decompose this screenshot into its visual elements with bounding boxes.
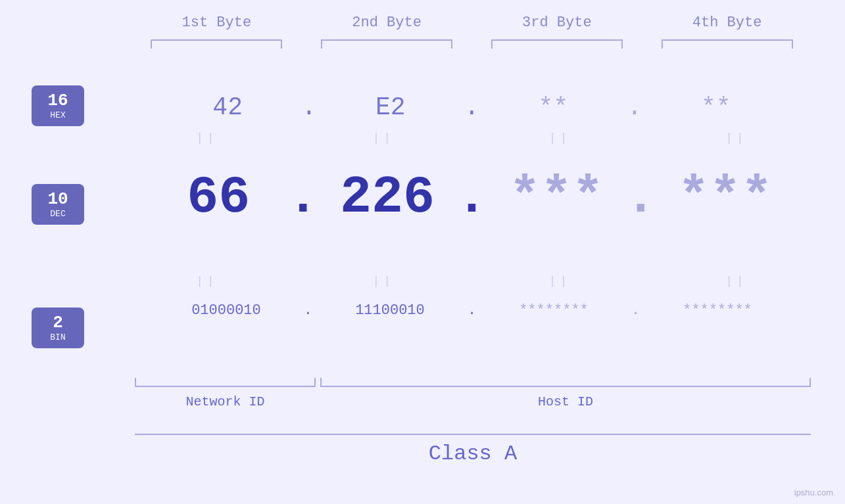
eq1-col2: || [308, 131, 459, 145]
host-id-label: Host ID [320, 394, 811, 409]
network-id-label: Network ID [135, 394, 316, 409]
hex-badge: 16 HEX [32, 85, 84, 126]
eq2-col2: || [308, 275, 459, 288]
byte3-header: 3rd Byte [478, 14, 636, 31]
hex-col3: ** [474, 93, 632, 122]
dec-col3: *** [477, 168, 635, 227]
bin-col2: 11100010 [311, 302, 469, 319]
main-layout: 1st Byte 2nd Byte 3rd Byte 4th Byte 16 H… [0, 0, 845, 504]
dec-col1: 66 [139, 168, 297, 227]
class-line [135, 434, 811, 435]
dec-badge: 10 DEC [32, 184, 84, 225]
hex-col2: E2 [312, 93, 470, 122]
dec-col4: *** [646, 168, 804, 227]
eq1-col3: || [485, 131, 636, 145]
eq1-col4: || [661, 131, 812, 145]
eq2-col1: || [132, 275, 283, 288]
class-label: Class A [135, 442, 811, 466]
byte4-header: 4th Byte [648, 14, 806, 31]
byte1-header: 1st Byte [137, 14, 295, 31]
bin-badge-label: BIN [50, 332, 65, 342]
bin-col4: ******** [639, 302, 796, 319]
bin-col1: 01000010 [147, 302, 305, 319]
eq2-col3: || [485, 275, 636, 288]
bin-badge-number: 2 [53, 313, 63, 332]
eq1-col1: || [132, 131, 283, 145]
dec-badge-label: DEC [50, 209, 65, 219]
network-id-bracket [135, 378, 316, 387]
bracket-byte4 [662, 39, 793, 49]
dec-col2: 226 [308, 168, 466, 227]
bracket-byte1 [151, 39, 282, 49]
eq2-col4: || [661, 275, 812, 288]
bin-col3: ******** [475, 302, 633, 319]
bracket-byte2 [321, 39, 452, 49]
host-id-bracket [320, 378, 811, 387]
dec-badge-number: 10 [47, 190, 68, 209]
hex-col4: ** [637, 93, 795, 122]
hex-badge-number: 16 [47, 91, 68, 110]
watermark: ipshu.com [794, 488, 833, 497]
byte2-header: 2nd Byte [308, 14, 466, 31]
bracket-byte3 [491, 39, 623, 49]
hex-badge-label: HEX [50, 110, 65, 120]
hex-col1: 42 [149, 93, 306, 122]
bin-badge: 2 BIN [32, 308, 84, 348]
